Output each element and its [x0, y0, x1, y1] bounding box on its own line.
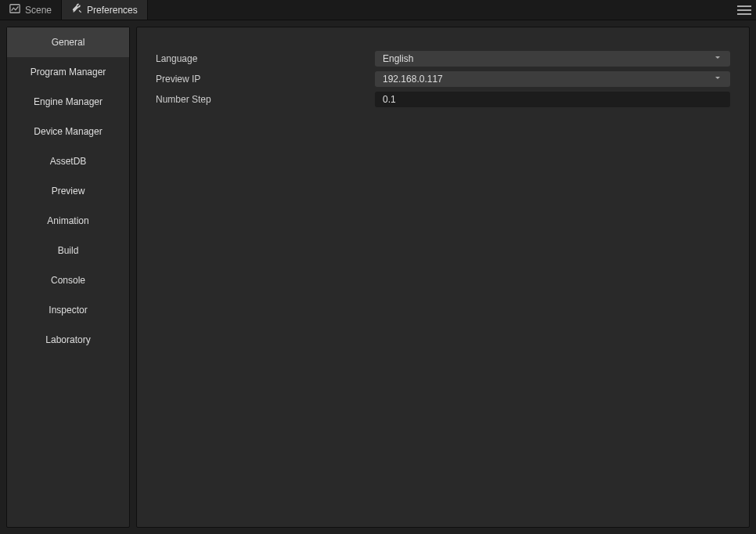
number-step-label: Number Step	[156, 94, 375, 105]
preview-ip-label: Preview IP	[156, 74, 375, 85]
tab-label: Preferences	[87, 5, 138, 16]
sidebar-item-device-manager[interactable]: Device Manager	[7, 117, 129, 146]
sidebar-item-label: Device Manager	[34, 126, 102, 137]
number-step-input[interactable]	[375, 92, 730, 107]
sidebar-item-laboratory[interactable]: Laboratory	[7, 325, 129, 355]
tab-label: Scene	[25, 5, 52, 16]
sidebar-item-animation[interactable]: Animation	[7, 206, 129, 236]
hamburger-menu-icon[interactable]	[737, 3, 751, 17]
sidebar-item-engine-manager[interactable]: Engine Manager	[7, 87, 129, 117]
main-area: General Program Manager Engine Manager D…	[0, 20, 756, 534]
sidebar-item-label: Laboratory	[45, 334, 90, 345]
chevron-down-icon	[713, 53, 722, 65]
sidebar-item-general[interactable]: General	[7, 27, 129, 57]
tab-scene[interactable]: Scene	[0, 0, 62, 20]
sidebar-item-assetdb[interactable]: AssetDB	[7, 146, 129, 176]
sidebar-item-program-manager[interactable]: Program Manager	[7, 57, 129, 87]
sidebar-item-label: General	[52, 37, 85, 48]
sidebar-item-label: Program Manager	[31, 67, 106, 78]
sidebar-item-build[interactable]: Build	[7, 236, 129, 265]
sidebar-item-label: Preview	[52, 186, 85, 197]
tab-bar: Scene Preferences	[0, 0, 756, 20]
sidebar-item-label: Engine Manager	[34, 96, 103, 107]
tools-icon	[71, 3, 82, 16]
sidebar-item-label: AssetDB	[50, 156, 87, 167]
form-row-preview-ip: Preview IP 192.168.0.117	[156, 70, 730, 88]
preview-ip-value: 192.168.0.117	[383, 74, 443, 85]
sidebar-item-label: Inspector	[49, 305, 87, 316]
sidebar-item-label: Console	[51, 275, 85, 286]
language-select[interactable]: English	[375, 51, 730, 67]
language-label: Language	[156, 53, 375, 64]
form-row-number-step: Number Step	[156, 90, 730, 109]
language-value: English	[383, 53, 413, 64]
sidebar-item-console[interactable]: Console	[7, 265, 129, 295]
preview-ip-select[interactable]: 192.168.0.117	[375, 71, 730, 87]
sidebar-item-preview[interactable]: Preview	[7, 176, 129, 206]
tab-preferences[interactable]: Preferences	[62, 0, 148, 20]
preferences-sidebar: General Program Manager Engine Manager D…	[6, 27, 130, 528]
chevron-down-icon	[713, 74, 722, 85]
sidebar-item-inspector[interactable]: Inspector	[7, 295, 129, 325]
scene-icon	[9, 3, 20, 16]
form-row-language: Language English	[156, 49, 730, 68]
sidebar-item-label: Build	[58, 245, 79, 256]
preferences-content: Language English Preview IP 192.168.0.11…	[136, 27, 750, 528]
sidebar-item-label: Animation	[47, 215, 88, 226]
